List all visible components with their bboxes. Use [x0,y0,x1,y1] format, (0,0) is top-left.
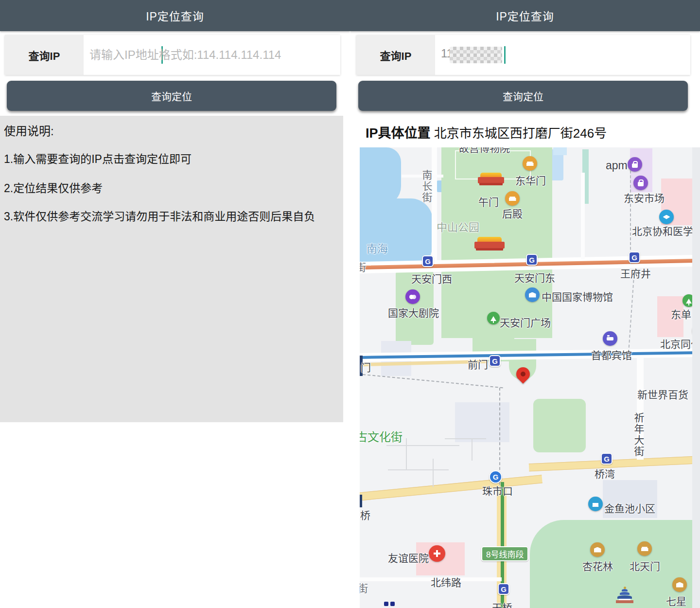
map-label-bridge-partial: 桥 [360,507,370,522]
map-label-qianmen: 前门 [468,357,488,371]
hutong-line [445,438,486,439]
map-label-capital-hotel: 首都宾馆 [591,347,632,362]
map-label-jinyuchi: 金鱼池小区 [604,501,655,515]
national-theatre-icon [405,289,420,304]
national-museum-icon [525,287,540,302]
map-label-tianqiao: 天桥 [492,600,512,608]
map-label-qinian-street: 祈年大街 [631,412,646,457]
map-label-dongan-market: 东安市场 [624,190,665,205]
usage-instructions: 使用说明: 1.输入需要查询的IP点击查询定位即可 2.定位结果仅供参考 3.软… [0,116,343,422]
xiehe-college-icon [659,210,674,224]
map-label-palace: 故宫博物院 [459,147,510,155]
beitianmen-gate-icon [637,541,652,556]
result-line: IP具体位置 北京市东城区西打磨厂街246号 [366,123,696,142]
map-label-tiananmen-square: 天安门广场 [500,315,551,329]
map-label-youyi-hospital: 友谊医院 [388,550,429,565]
right-ip-field[interactable]: 11 [435,35,690,75]
map-label-zhushikou: 珠市口 [482,483,513,498]
blurred-ip-value [450,47,502,63]
wangfujing-street-dashed-s [628,270,635,353]
usage-title: 使用说明: [4,122,54,139]
map-label-nanhai: 南海 [367,240,388,255]
left-query-button[interactable]: 查询定位 [7,81,336,111]
map-label-guwenhuajie: 古文化街 [360,428,402,445]
left-app-title: IP定位查询 [146,7,204,24]
usage-item-3: 3.软件仅供参考交流学习请勿用于非法和商业用途否则后果自负 [4,207,315,224]
left-app-bar: IP定位查询 [0,0,350,31]
right-query-button[interactable]: 查询定位 [358,81,688,111]
map-label-zhongshan-park: 中山公园 [437,218,479,234]
railway-dashed-a [360,374,503,388]
map-dot [384,602,388,606]
map-label-dongdan: 东单 [671,306,691,321]
railway-dashed-b [499,388,500,485]
lake-zhongnanhai [360,147,401,206]
road-zhushikou-west [360,475,542,501]
map-label-qiaowan: 桥湾 [595,466,615,481]
edge-bar-2 [360,495,362,507]
right-text-caret [504,46,506,64]
map-edge-strip [692,147,700,608]
left-ip-input[interactable] [88,35,334,75]
xinghualin-icon [590,542,605,557]
temple-of-heaven-illustration [616,587,633,603]
jinyuchi-house-icon [588,497,603,511]
tiananmen-square-tree-icon [487,312,500,324]
hutong-line [433,459,434,487]
subway-icon-tiananmen-west: G [422,255,434,267]
left-ip-label: 查询IP [5,35,84,75]
subway-icon-tiananmen-east: G [526,254,538,266]
left-screenshot-panel: IP定位查询 查询IP 查询定位 使用说明: 1.输入需要查询的IP点击查询定位… [0,0,350,608]
map-label-gate-partial: 门 [361,359,371,374]
usage-item-2: 2.定位结果仅供参考 [4,179,103,196]
wangfujing-street-dashed-n [630,161,631,264]
map-label-wangfujing: 王府井 [620,266,651,280]
map-label-xinshijie: 新世界百货 [637,387,688,401]
subway-icon-wangfujing: G [629,251,640,263]
result-label: IP具体位置 [366,126,431,141]
capital-hotel-bed-icon [603,331,617,346]
map-label-tiananmen-west: 天安门西 [411,271,452,286]
green-east-block [533,399,586,452]
water-small [553,147,567,155]
usage-item-1: 1.输入需要查询的IP点击查询定位即可 [4,150,192,166]
houdian-gate-icon [505,191,520,206]
map-label-xinghualin: 杏花林 [582,558,613,573]
subway-icon-zhushikou: G [489,470,502,483]
map-label-beiweilu: 北纬路 [431,574,461,589]
hutong-line [472,438,472,461]
map-label-beitianmen: 北天门 [630,558,660,573]
left-ip-field[interactable] [84,35,340,75]
right-ip-label: 查询IP [356,35,435,75]
hutong-line [406,438,407,469]
map-label-nanchangjie: 南长街 [419,170,434,203]
map-label-donghuamen: 东华门 [515,173,546,187]
left-ip-input-row: 查询IP [5,35,340,75]
apm-shopping-icon [628,157,642,172]
right-app-bar: IP定位查询 [350,0,700,31]
result-address: 北京市东城区西打磨厂街246号 [434,126,607,141]
line8-south-badge: 8号线南段 [481,546,528,561]
right-ip-input-row: 查询IP 11 [356,35,690,75]
map-label-apm: apm [606,159,628,172]
qixing-icon [672,577,687,592]
map-label-wumen: 午门 [478,194,499,209]
map-label-national-museum: 中国国家博物馆 [542,289,613,304]
map-label-houdian: 后殿 [502,206,523,220]
map-label-tiananmen-east: 天安门东 [514,270,555,285]
hutong-line [388,469,449,470]
subway-icon-tianqiao: G [498,583,509,595]
map-label-xiehe-college: 北京协和医学院 [632,223,700,238]
map-label-street-partial-2: 街 [360,580,368,595]
map-view[interactable]: G G G G G G G 故宫博物院 东华门 南长街 中山公园 午门 后殿 南… [360,147,700,608]
subway-icon-qiaowan: G [601,453,612,465]
donghuamen-gate-icon [523,156,537,171]
green-tiananmen-square [472,257,514,361]
subway-icon-qianmen: G [489,355,501,367]
map-label-street-partial-1: 街 [360,259,366,274]
youyi-hospital-cross-icon [429,545,445,562]
tiananmen-gate-illustration [474,237,505,250]
road-nanchang-street [432,147,437,260]
dongan-market-shopping-icon [633,176,648,190]
map-label-qixing: 七星 [666,593,686,608]
